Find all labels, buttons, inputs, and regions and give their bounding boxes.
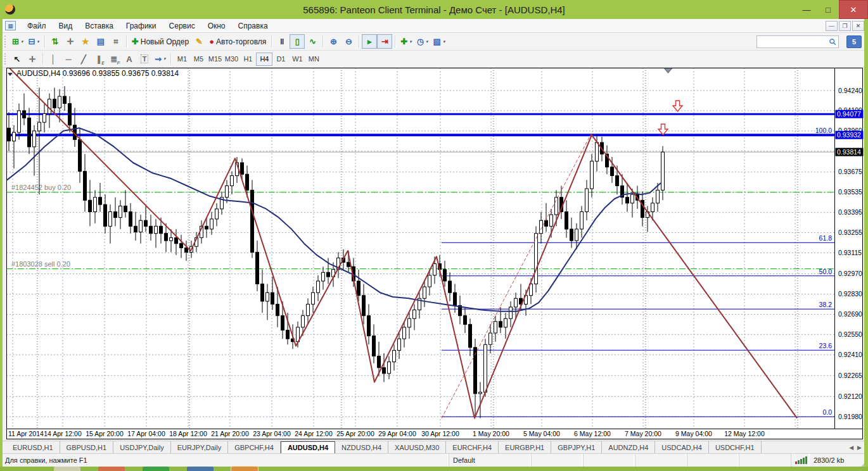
date-axis-label: 12 May 12:00 bbox=[724, 430, 765, 437]
timeframe-mn[interactable]: MN bbox=[305, 53, 322, 66]
chart-canvas[interactable]: 0.023.638.250.061.8100.0#1824452 buy 0.2… bbox=[0, 68, 868, 441]
data-window-button[interactable]: ✛ bbox=[63, 34, 78, 49]
navigator-button[interactable]: ★ bbox=[78, 34, 93, 49]
tab-eurgbp-h1[interactable]: EURGBP,H1 bbox=[499, 441, 551, 453]
taskbar-icon[interactable] bbox=[187, 467, 214, 471]
market-watch-icon: ⇅ bbox=[51, 37, 58, 46]
toolbar-separator bbox=[170, 53, 171, 65]
timeframe-w1[interactable]: W1 bbox=[289, 53, 305, 66]
toolbar-separator bbox=[126, 35, 127, 47]
autotrading-button[interactable]: ●Авто-торговля bbox=[207, 34, 269, 49]
tab-eurchf-h4[interactable]: EURCHF,H4 bbox=[446, 441, 499, 453]
status-segment bbox=[583, 454, 635, 467]
templates-button[interactable]: ▧▾ bbox=[431, 34, 448, 49]
fibonacci-level-label: 23.6 bbox=[819, 342, 833, 349]
mdi-restore-button[interactable]: ❐ bbox=[839, 21, 851, 31]
line-chart-button[interactable]: ∿ bbox=[305, 34, 320, 49]
tab-audnzd-h4[interactable]: AUDNZD,H4 bbox=[602, 441, 655, 453]
community-chat-button[interactable]: 5 bbox=[846, 35, 862, 48]
tab-gbpusd-h1[interactable]: GBPUSD,H1 bbox=[60, 441, 114, 453]
new-chart-icon: ⊞ bbox=[12, 37, 19, 46]
timeframe-d1[interactable]: D1 bbox=[272, 53, 289, 66]
timeframe-m1[interactable]: M1 bbox=[174, 53, 190, 66]
tabs-scroll-left-icon[interactable]: ◀ bbox=[849, 444, 853, 451]
candlestick-chart-button[interactable]: ▯ bbox=[290, 34, 305, 49]
zoom-in-button[interactable]: ⊕ bbox=[326, 34, 341, 49]
tab-gbpchf-h4[interactable]: GBPCHF,H4 bbox=[228, 441, 281, 453]
maximize-button[interactable]: □ bbox=[817, 0, 839, 19]
timeframe-m15[interactable]: M15 bbox=[207, 53, 223, 66]
terminal-button[interactable]: ▤ bbox=[93, 34, 108, 49]
auto-scroll-button[interactable]: ▸ bbox=[362, 34, 377, 49]
market-watch-button[interactable]: ⇅ bbox=[48, 34, 63, 49]
menu-insert[interactable]: Вставка bbox=[79, 20, 120, 32]
taskbar-icon[interactable] bbox=[54, 467, 80, 471]
tab-xauusd-m30[interactable]: XAUUSD,M30 bbox=[388, 441, 446, 453]
tabs-scroll-right-icon[interactable]: ▶ bbox=[857, 444, 862, 451]
toolbar-grip[interactable] bbox=[4, 53, 8, 65]
minimize-button[interactable]: — bbox=[796, 0, 817, 19]
strategy-tester-button[interactable]: ⌗ bbox=[108, 34, 124, 49]
status-bar: Для справки, нажмите F1 Default 2830/2 k… bbox=[0, 453, 868, 467]
toolbar-grip[interactable] bbox=[4, 35, 8, 47]
cursor-button[interactable]: ↖ bbox=[10, 52, 25, 66]
metaeditor-button[interactable]: ✎ bbox=[191, 34, 207, 49]
tab-gbpjpy-h1[interactable]: GBPJPY,H1 bbox=[551, 441, 602, 453]
vertical-line-button[interactable]: │ bbox=[46, 52, 61, 66]
fibonacci-button[interactable]: ≣F bbox=[106, 52, 122, 66]
crosshair-button[interactable]: ✛ bbox=[25, 52, 40, 66]
menu-help[interactable]: Справка bbox=[232, 20, 274, 32]
taskbar-icon[interactable] bbox=[231, 467, 258, 471]
tab-eurusd-h1[interactable]: EURUSD,H1 bbox=[6, 441, 60, 453]
menu-charts[interactable]: Графики bbox=[120, 20, 163, 32]
tab-usdjpy-daily[interactable]: USDJPY,Daily bbox=[113, 441, 171, 453]
terminal-icon: ▤ bbox=[97, 37, 105, 46]
price-label-text: 0.94077 bbox=[837, 110, 861, 118]
menu-file[interactable]: Файл bbox=[21, 20, 53, 32]
tab-usdchf-h1[interactable]: USDCHF,H1 bbox=[709, 441, 762, 453]
timeframe-m30[interactable]: M30 bbox=[223, 53, 239, 66]
close-button[interactable]: ✕ bbox=[839, 0, 868, 19]
mdi-minimize-button[interactable]: — bbox=[826, 21, 838, 31]
text-button[interactable]: A bbox=[122, 52, 137, 66]
menu-view[interactable]: Вид bbox=[53, 20, 79, 32]
price-label-text: 0.93814 bbox=[837, 148, 861, 156]
tab-usdcad-h4[interactable]: USDCAD,H4 bbox=[655, 441, 709, 453]
new-order-button[interactable]: ✚Новый Ордер bbox=[129, 34, 191, 49]
price-axis-tick: 0.92120 bbox=[838, 392, 862, 400]
taskbar-icon[interactable] bbox=[98, 467, 125, 471]
arrow-objects-button[interactable]: ⇝▾ bbox=[152, 52, 168, 66]
periods-button[interactable]: ◷▾ bbox=[414, 34, 431, 49]
timeframe-m5[interactable]: M5 bbox=[190, 53, 207, 66]
trendline-button[interactable]: ╱ bbox=[76, 52, 91, 66]
chart-area: 0.023.638.250.061.8100.0#1824452 buy 0.2… bbox=[0, 68, 868, 441]
date-axis-label: 29 Apr 04:00 bbox=[378, 430, 416, 437]
price-axis-tick: 0.92550 bbox=[838, 330, 862, 338]
timeframe-h4[interactable]: H4 bbox=[256, 53, 272, 66]
equidistant-channel-button[interactable]: ∥E bbox=[91, 52, 106, 66]
menu-window[interactable]: Окно bbox=[201, 20, 232, 32]
zoom-out-icon: ⊖ bbox=[345, 37, 352, 46]
taskbar-icon[interactable] bbox=[143, 467, 169, 471]
status-profile[interactable]: Default bbox=[449, 454, 531, 467]
date-axis-label: 23 Apr 04:00 bbox=[253, 430, 291, 437]
tab-audusd-h4[interactable]: AUDUSD,H4 bbox=[281, 441, 335, 453]
indicators-button[interactable]: ✚▾ bbox=[398, 34, 414, 49]
chart-shift-button[interactable]: ⇥ bbox=[377, 34, 392, 49]
text-label-button[interactable]: T bbox=[137, 52, 152, 66]
timeframe-h1[interactable]: H1 bbox=[239, 53, 256, 66]
menu-tools[interactable]: Сервис bbox=[163, 20, 201, 32]
price-axis-tick: 0.94240 bbox=[838, 87, 862, 94]
horizontal-line-button[interactable]: ─ bbox=[61, 52, 76, 66]
toolbar-separator bbox=[42, 53, 43, 65]
new-chart-button[interactable]: ⊞▾ bbox=[10, 34, 25, 49]
zoom-out-button[interactable]: ⊖ bbox=[341, 34, 356, 49]
bar-chart-button[interactable]: ‖ bbox=[274, 34, 290, 49]
tab-eurjpy-daily[interactable]: EURJPY,Daily bbox=[171, 441, 229, 453]
date-axis-label: 17 Apr 04:00 bbox=[127, 430, 165, 437]
status-segment bbox=[635, 454, 687, 467]
mdi-close-button[interactable]: ✕ bbox=[852, 21, 864, 31]
profiles-button[interactable]: ⊟▾ bbox=[25, 34, 41, 49]
traffic-counter: 2830/2 kb bbox=[810, 454, 859, 467]
tab-nzdusd-h4[interactable]: NZDUSD,H4 bbox=[335, 441, 388, 453]
